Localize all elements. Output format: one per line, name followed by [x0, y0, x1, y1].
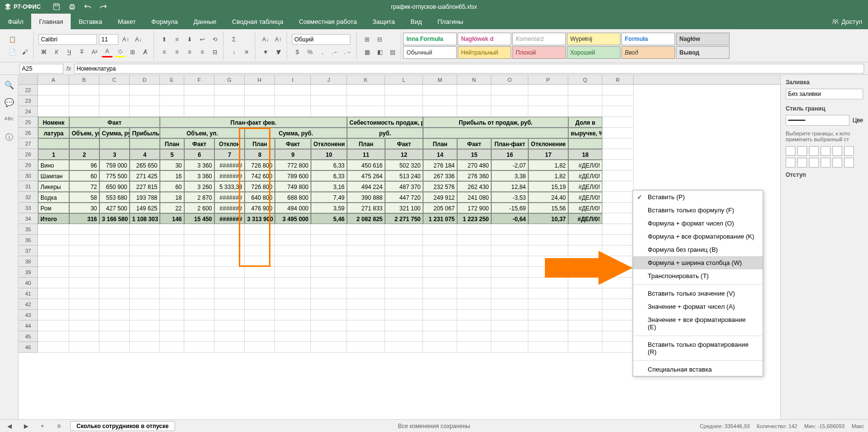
cell[interactable]	[245, 342, 275, 353]
cell[interactable]	[602, 95, 634, 106]
cell[interactable]: 726 800	[245, 181, 275, 192]
cell[interactable]	[69, 320, 99, 331]
cell[interactable]	[347, 245, 385, 256]
cell[interactable]	[491, 288, 528, 299]
font-color-icon[interactable]: A	[102, 47, 113, 57]
cell[interactable]: Факт	[275, 138, 311, 149]
cell[interactable]	[568, 310, 602, 320]
row-header-46[interactable]: 46	[19, 342, 38, 353]
row-header-34[interactable]: 34	[19, 213, 38, 224]
cell[interactable]	[214, 320, 245, 331]
cell[interactable]	[311, 256, 347, 267]
col-header-N[interactable]: N	[457, 75, 491, 84]
cell[interactable]	[130, 320, 160, 331]
cell[interactable]: План-факт фев.	[160, 117, 347, 128]
cell[interactable]: 742 600	[245, 170, 275, 181]
cell[interactable]	[602, 288, 634, 299]
menu-Формула[interactable]: Формула	[144, 14, 186, 29]
cell[interactable]	[347, 278, 385, 288]
menu-Плагины[interactable]: Плагины	[430, 14, 471, 29]
row-header-24[interactable]: 24	[19, 106, 38, 117]
row-header-44[interactable]: 44	[19, 320, 38, 331]
cell[interactable]	[311, 342, 347, 353]
cell[interactable]	[160, 288, 184, 299]
cell[interactable]	[245, 106, 275, 117]
cell[interactable]	[311, 267, 347, 278]
cell[interactable]	[347, 224, 385, 235]
sort-desc-icon[interactable]: A↑	[273, 34, 284, 45]
cell[interactable]	[311, 106, 347, 117]
cell[interactable]	[99, 331, 130, 342]
cell[interactable]	[457, 310, 491, 320]
cell[interactable]: 6,33	[311, 160, 347, 170]
cell[interactable]	[160, 320, 184, 331]
cell[interactable]	[245, 95, 275, 106]
table-icon[interactable]: ▦	[362, 47, 372, 57]
cell[interactable]: 775 500	[99, 170, 130, 181]
ctx-Транспонировать (T)[interactable]: Транспонировать (T)	[633, 269, 763, 282]
cell[interactable]: 3,59	[311, 203, 347, 213]
cell[interactable]	[528, 224, 568, 235]
cell[interactable]	[457, 85, 491, 95]
cell[interactable]	[69, 138, 99, 149]
cell[interactable]: 146	[160, 213, 184, 224]
cell[interactable]	[423, 106, 457, 117]
cell[interactable]	[130, 299, 160, 310]
cell[interactable]	[184, 278, 214, 288]
cell[interactable]	[184, 85, 214, 95]
cell-styles-gallery[interactable]: Inna FormułaNagłówek dKomentarzWypełnijF…	[403, 33, 730, 59]
cell[interactable]: 316	[69, 213, 99, 224]
cell[interactable]: #ДЕЛ/0!	[568, 170, 602, 181]
cell[interactable]: #######	[214, 213, 245, 224]
cell[interactable]	[311, 245, 347, 256]
cell[interactable]	[602, 213, 634, 224]
cell[interactable]	[491, 310, 528, 320]
formula-input[interactable]	[74, 64, 864, 74]
cell[interactable]	[457, 267, 491, 278]
align-bottom-icon[interactable]: ⬇	[184, 34, 195, 45]
cell[interactable]: 5,46	[311, 213, 347, 224]
cell[interactable]: План	[160, 138, 184, 149]
cell[interactable]: #ДЕЛ/0!	[568, 213, 602, 224]
cell[interactable]	[528, 310, 568, 320]
cell[interactable]	[184, 95, 214, 106]
cell[interactable]	[602, 128, 634, 138]
strikethrough-icon[interactable]: Т	[77, 47, 87, 57]
cell[interactable]	[311, 299, 347, 310]
cell[interactable]: -2,07	[491, 160, 528, 170]
font-family-select[interactable]	[39, 34, 97, 45]
cell[interactable]: Ром	[38, 203, 69, 213]
cell[interactable]: Факт	[457, 138, 491, 149]
style-Wypełnij[interactable]: Wypełnij	[567, 33, 620, 45]
cell[interactable]: 6	[184, 149, 214, 160]
cell[interactable]: 271 425	[130, 170, 160, 181]
cell[interactable]: 22	[160, 203, 184, 213]
cell[interactable]	[184, 267, 214, 278]
col-header-A[interactable]: A	[38, 75, 69, 84]
cell[interactable]	[528, 235, 568, 245]
cell[interactable]: #ДЕЛ/0!	[568, 203, 602, 213]
cell[interactable]	[130, 267, 160, 278]
cell[interactable]: 18	[568, 149, 602, 160]
cell[interactable]	[38, 224, 69, 235]
cell[interactable]	[423, 288, 457, 299]
cell[interactable]: 1 231 075	[423, 213, 457, 224]
cell[interactable]: 17	[528, 149, 568, 160]
cell[interactable]	[275, 299, 311, 310]
cell[interactable]	[568, 106, 602, 117]
cell[interactable]: 193 788	[130, 192, 160, 203]
underline-icon[interactable]: Ч	[64, 47, 75, 57]
menu-Макет[interactable]: Макет	[110, 14, 144, 29]
cell[interactable]	[311, 278, 347, 288]
cell[interactable]	[275, 235, 311, 245]
cell[interactable]	[69, 95, 99, 106]
align-middle-icon[interactable]: ≡	[172, 34, 182, 45]
delete-cells-icon[interactable]: ⊟	[374, 34, 385, 45]
cell[interactable]	[491, 106, 528, 117]
cell-reference-input[interactable]	[19, 64, 63, 74]
cell[interactable]	[214, 245, 245, 256]
increase-decimal-icon[interactable]: .→	[343, 47, 353, 57]
cell[interactable]	[214, 235, 245, 245]
cell[interactable]: Ликеры	[38, 181, 69, 192]
cell[interactable]: Себестоимость продаж, руб.	[347, 117, 423, 128]
